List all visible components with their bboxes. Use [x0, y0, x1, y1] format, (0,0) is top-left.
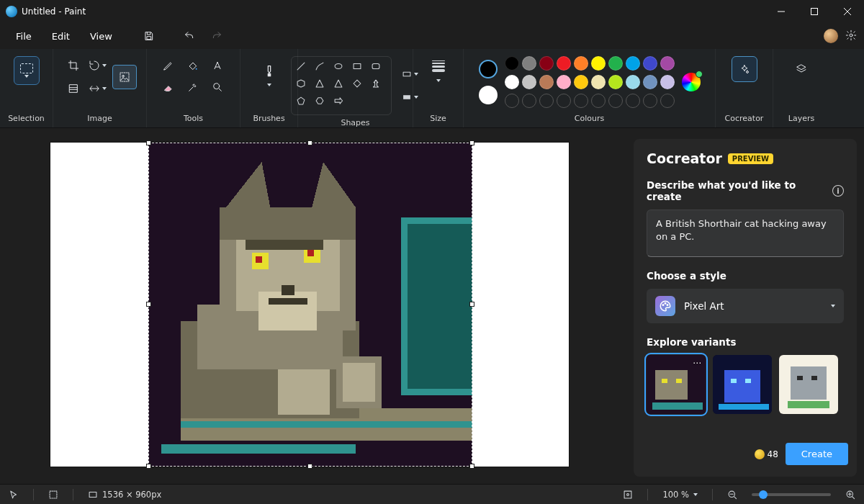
cocreator-button[interactable] [732, 56, 757, 82]
swatch-empty[interactable] [626, 94, 640, 108]
credits-remaining: 48 [755, 449, 778, 459]
zoom-in-button[interactable] [845, 490, 855, 500]
svg-line-65 [734, 496, 737, 498]
swatch-empty[interactable] [574, 94, 588, 108]
zoom-value: 100 % [662, 490, 689, 500]
canvas[interactable] [50, 143, 569, 467]
swatch[interactable] [505, 75, 519, 89]
svg-rect-56 [797, 376, 803, 380]
title-bar: Untitled - Paint [0, 0, 864, 23]
selection-outline[interactable] [148, 143, 472, 467]
svg-point-12 [335, 64, 342, 69]
rotate-button[interactable] [88, 56, 108, 75]
swatch[interactable] [574, 75, 588, 89]
svg-rect-57 [811, 376, 817, 380]
preview-badge: PREVIEW [728, 153, 773, 164]
fill-tool[interactable] [183, 56, 203, 75]
size-picker[interactable] [429, 56, 448, 85]
svg-rect-6 [69, 85, 77, 93]
swatch-empty[interactable] [591, 94, 606, 108]
variant-menu-icon[interactable]: ⋯ [693, 358, 701, 368]
magnifier-tool[interactable] [207, 78, 228, 96]
undo-button[interactable] [177, 26, 202, 46]
swatch[interactable] [643, 75, 657, 89]
minimize-button[interactable] [765, 0, 798, 23]
cocreator-panel: Cocreator PREVIEW Describe what you'd li… [634, 139, 857, 477]
zoom-out-button[interactable] [727, 490, 737, 500]
secondary-color[interactable] [479, 86, 498, 104]
svg-rect-48 [652, 402, 703, 410]
eyedropper-tool[interactable] [183, 78, 203, 96]
canvas-area[interactable] [0, 128, 626, 484]
user-avatar[interactable] [824, 29, 838, 43]
settings-button[interactable] [845, 30, 857, 43]
variant-1[interactable]: ⋯ [647, 355, 706, 414]
menu-file[interactable]: File [7, 27, 40, 46]
swatch-empty[interactable] [505, 94, 519, 108]
swatch[interactable] [557, 56, 571, 71]
edit-colors-button[interactable] [682, 73, 701, 91]
swatch[interactable] [522, 56, 536, 71]
canvas-dimensions: 1536 × 960px [102, 490, 161, 500]
swatch[interactable] [591, 75, 606, 89]
pencil-tool[interactable] [158, 56, 179, 75]
group-cocreator-label: Cocreator [725, 114, 764, 123]
brush-picker[interactable] [258, 56, 280, 92]
save-button[interactable] [137, 26, 161, 46]
svg-point-43 [667, 305, 668, 306]
swatch[interactable] [539, 75, 554, 89]
cursor-tool-indicator [9, 490, 19, 500]
swatch-empty[interactable] [557, 94, 571, 108]
swatch-empty[interactable] [660, 94, 675, 108]
info-icon[interactable]: i [832, 185, 844, 197]
redo-button[interactable] [204, 26, 229, 46]
layers-button[interactable] [788, 56, 814, 82]
group-brushes-label: Brushes [253, 114, 284, 123]
swatch[interactable] [574, 56, 588, 71]
prompt-input[interactable]: A British Shorthair cat hacking away on … [647, 210, 844, 257]
swatch-empty[interactable] [643, 94, 657, 108]
maximize-button[interactable] [798, 0, 831, 23]
swatch[interactable] [660, 75, 675, 89]
resize-button[interactable] [63, 79, 84, 98]
eraser-tool[interactable] [158, 78, 179, 96]
describe-label: Describe what you'd like to create [647, 179, 832, 202]
window-title: Untitled - Paint [22, 6, 86, 17]
menu-edit[interactable]: Edit [43, 27, 78, 46]
close-button[interactable] [831, 0, 864, 23]
swatch[interactable] [591, 56, 606, 71]
swatch[interactable] [626, 56, 640, 71]
selection-tool[interactable] [14, 56, 40, 85]
flip-button[interactable] [88, 79, 108, 98]
swatch[interactable] [505, 56, 519, 71]
svg-rect-60 [89, 492, 96, 497]
swatch[interactable] [557, 75, 571, 89]
swatch-empty[interactable] [539, 94, 554, 108]
swatch[interactable] [539, 56, 554, 71]
swatch[interactable] [522, 75, 536, 89]
text-tool[interactable] [207, 56, 228, 75]
zoom-dropdown[interactable] [693, 493, 698, 496]
remove-background-button[interactable] [112, 65, 137, 89]
swatch[interactable] [643, 56, 657, 71]
variant-3[interactable] [779, 355, 838, 414]
variant-2[interactable] [713, 355, 772, 414]
svg-point-9 [195, 68, 197, 70]
menu-view[interactable]: View [81, 27, 121, 46]
swatch[interactable] [660, 56, 675, 71]
swatch-empty[interactable] [522, 94, 536, 108]
primary-color[interactable] [479, 60, 498, 78]
swatch-empty[interactable] [608, 94, 623, 108]
swatch[interactable] [626, 75, 640, 89]
crop-button[interactable] [63, 56, 84, 75]
cocreator-title: Cocreator [647, 150, 722, 166]
fit-to-window-button[interactable] [623, 490, 633, 500]
swatch[interactable] [608, 75, 623, 89]
style-picker[interactable]: Pixel Art [647, 289, 844, 323]
create-button[interactable]: Create [786, 443, 848, 465]
shape-gallery[interactable] [291, 56, 392, 115]
svg-rect-46 [662, 379, 667, 383]
zoom-slider[interactable] [752, 493, 831, 496]
credits-value: 48 [768, 449, 778, 459]
swatch[interactable] [608, 56, 623, 71]
